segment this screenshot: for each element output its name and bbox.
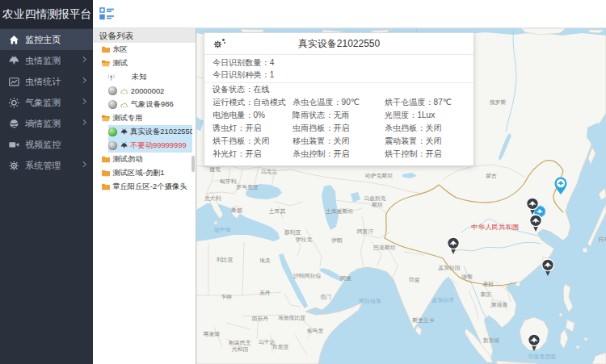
field-label: 今日识别种类 xyxy=(213,70,261,79)
insect-pin-marker[interactable] xyxy=(526,333,542,356)
field-value: 0% xyxy=(253,111,265,119)
device-field: 降雨状态：无雨 xyxy=(292,109,385,122)
map-label: 伊拉克 xyxy=(296,236,313,244)
status-ball-green xyxy=(108,128,117,136)
device-field: 杀虫挡板：关闭 xyxy=(385,122,473,135)
field-label: 降雨状态 xyxy=(292,111,325,119)
tree-device[interactable]: 气象设备986 xyxy=(108,98,192,111)
topbar xyxy=(93,0,606,28)
field-label: 补光灯 xyxy=(213,149,237,158)
gear-icon xyxy=(8,160,20,172)
map-label: 孟加拉湾 xyxy=(431,296,453,304)
sidebar: 农业四情测报平台 监控主页虫情监测虫情统计气象监测墒情监测视频监控系统管理 xyxy=(0,0,93,364)
map-label: 俄罗斯 xyxy=(490,98,507,107)
gear-icon[interactable] xyxy=(213,38,226,50)
chevron-right-icon xyxy=(81,77,86,82)
tree-folder[interactable]: 东区 xyxy=(93,43,196,56)
chevron-right-icon xyxy=(81,161,86,166)
device-field: 震动装置：关闭 xyxy=(385,135,473,148)
tree-item-label: 章丘阳丘区-2个摄像头 xyxy=(112,182,187,192)
insect-icon xyxy=(8,55,20,67)
sidebar-item-label: 墒情监测 xyxy=(25,118,61,130)
device-field: 烘干控制：开启 xyxy=(385,148,473,161)
sidebar-item-video-monitor[interactable]: 视频监控 xyxy=(0,134,93,155)
folder-open-icon xyxy=(102,60,110,67)
map-label: 南苏丹 xyxy=(252,315,269,323)
map-label: 阿富汗 xyxy=(357,228,374,236)
field-value: 自动模式 xyxy=(253,98,285,107)
popup-body: 设备状态：在线运行模式：自动模式杀虫仓温度：90℃烘干仓温度：87℃电池电量：0… xyxy=(204,83,473,165)
sidebar-item-insect-stats[interactable]: 虫情统计 xyxy=(0,71,93,92)
device-list-panel: 设备列表 东区测试未知20000002气象设备986测试专用真实设备210225… xyxy=(93,28,196,364)
sidebar-item-weather-monitor[interactable]: 气象监测 xyxy=(0,92,93,113)
sidebar-item-label: 监控主页 xyxy=(25,34,61,46)
tree-item-label: 测试勿动 xyxy=(112,154,142,165)
map-label: 地中海 xyxy=(214,226,231,234)
sidebar-item-label: 虫情统计 xyxy=(25,76,61,88)
map-label: 老挝 xyxy=(482,280,494,288)
field-label: 电池电量 xyxy=(213,111,245,119)
field-label: 杀虫挡板 xyxy=(385,123,417,132)
map-area: 捷克乌克兰匈牙利罗马尼亚意大利希腊地中海土耳其叙利亚伊拉克伊朗阿富汗巴基斯坦土库… xyxy=(196,28,606,364)
tree-device[interactable]: 20000002 xyxy=(108,84,192,98)
insect-pin-marker[interactable] xyxy=(540,258,556,281)
device-field: 烘干仓温度：87℃ xyxy=(385,96,473,109)
tree-device[interactable]: 不要动99999999 xyxy=(108,139,192,153)
map-label: 乌克兰 xyxy=(261,168,278,176)
map-label: 阿曼 xyxy=(340,274,351,282)
tree-folder[interactable]: 测试 xyxy=(93,56,196,70)
sidebar-item-label: 气象监测 xyxy=(25,97,61,109)
map-label: 沙特阿拉伯 xyxy=(293,272,321,280)
field-value: 4 xyxy=(270,58,275,67)
sidebar-item-insect-monitor[interactable]: 虫情监测 xyxy=(0,50,93,71)
field-label: 光照度 xyxy=(385,111,409,119)
panel-scrollbar[interactable] xyxy=(191,156,195,172)
map-label: 索马里 xyxy=(307,327,324,335)
field-value: 87℃ xyxy=(434,98,452,107)
tree-device[interactable]: 真实设备21022550 xyxy=(108,125,192,139)
map-label: 日本 xyxy=(598,236,606,244)
field-label: 杀虫仓温度 xyxy=(292,98,333,107)
device-tree: 东区测试未知20000002气象设备986测试专用真实设备21022550不要动… xyxy=(93,43,196,194)
insect-pin-marker[interactable] xyxy=(528,214,544,236)
tree-device[interactable]: 未知 xyxy=(93,70,196,84)
chevron-right-icon xyxy=(81,98,86,103)
beacon-icon xyxy=(107,73,115,81)
popup-row: 运行模式：自动模式杀虫仓温度：90℃烘干仓温度：87℃ xyxy=(204,96,473,109)
map-label: 利比亚 xyxy=(217,256,234,264)
popup-stats: 今日识别数量：4今日识别种类：1 xyxy=(204,55,473,83)
field-label: 今日识别数量 xyxy=(213,58,261,67)
insect-pin-marker[interactable] xyxy=(445,236,461,259)
field-label: 移虫装置 xyxy=(292,136,325,145)
app-root: 农业四情测报平台 监控主页虫情监测虫情统计气象监测墒情监测视频监控系统管理 设备… xyxy=(0,0,606,364)
tree-folder[interactable]: 测试区域-勿删1 xyxy=(93,166,196,180)
sun-icon xyxy=(8,97,20,109)
folder-closed-icon xyxy=(102,169,110,177)
map-label: 泰国 xyxy=(480,291,491,299)
device-list-header: 设备列表 xyxy=(93,28,196,43)
device-field: 虫雨挡板：开启 xyxy=(292,122,385,135)
sidebar-item-system-manage[interactable]: 系统管理 xyxy=(0,155,93,176)
map-label: 肯尼亚 xyxy=(272,343,289,351)
org-tree-icon[interactable] xyxy=(99,6,116,21)
globe-icon xyxy=(8,118,20,130)
map-label: 喀麦隆 xyxy=(204,330,221,338)
insect-pin-blue-marker[interactable] xyxy=(552,175,570,199)
sidebar-item-soil-monitor[interactable]: 墒情监测 xyxy=(0,113,93,134)
popup-row: 补光灯：开启杀虫控制：开启烘干控制：开启 xyxy=(204,148,473,161)
field-label: 虫雨挡板 xyxy=(292,123,325,132)
tree-folder[interactable]: 测试勿动 xyxy=(93,153,196,166)
status-ball-gray xyxy=(108,100,117,109)
sidebar-item-home[interactable]: 监控主页 xyxy=(0,29,93,50)
tree-folder[interactable]: 章丘阳丘区-2个摄像头 xyxy=(93,180,196,194)
tree-folder[interactable]: 测试专用 xyxy=(93,111,196,125)
map-label: 阿拉伯海 xyxy=(359,297,381,305)
tree-item-label: 真实设备21022550 xyxy=(130,127,192,137)
map-label: 也门 xyxy=(320,293,331,301)
device-field: 诱虫灯：开启 xyxy=(213,122,292,135)
device-field: 杀虫控制：开启 xyxy=(292,148,385,161)
chevron-right-icon xyxy=(81,119,86,124)
tree-item-label: 气象设备986 xyxy=(131,99,174,110)
map-label: 蒙古 xyxy=(486,172,497,180)
sidebar-item-label: 系统管理 xyxy=(25,160,61,172)
